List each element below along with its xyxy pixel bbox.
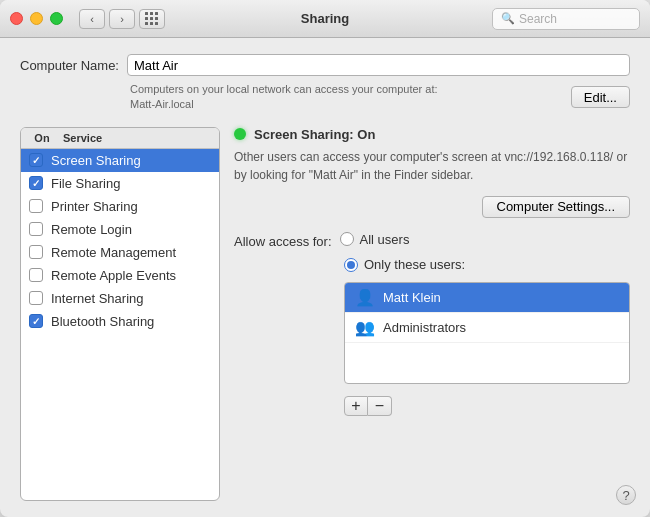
service-name-printer-sharing: Printer Sharing — [51, 199, 138, 214]
radio-label-only-these-users: Only these users: — [364, 257, 465, 272]
service-name-remote-management: Remote Management — [51, 245, 176, 260]
service-item-file-sharing[interactable]: File Sharing — [21, 172, 219, 195]
status-dot-green — [234, 128, 246, 140]
grid-button[interactable] — [139, 9, 165, 29]
service-checkbox-printer-sharing[interactable] — [29, 199, 43, 213]
access-section: Allow access for: All users Only these u… — [234, 232, 630, 417]
forward-button[interactable]: › — [109, 9, 135, 29]
grid-icon — [145, 12, 159, 26]
users-list: 👤 Matt Klein 👥 Administrators — [344, 282, 630, 384]
status-row: Screen Sharing: On — [234, 127, 630, 142]
service-name-remote-login: Remote Login — [51, 222, 132, 237]
service-name-remote-apple-events: Remote Apple Events — [51, 268, 176, 283]
service-item-remote-login[interactable]: Remote Login — [21, 218, 219, 241]
radio-only-these-users[interactable]: Only these users: — [344, 257, 630, 272]
radio-btn-all-users[interactable] — [340, 232, 354, 246]
user-name-administrators: Administrators — [383, 320, 466, 335]
service-checkbox-internet-sharing[interactable] — [29, 291, 43, 305]
search-icon: 🔍 — [501, 12, 515, 25]
service-item-printer-sharing[interactable]: Printer Sharing — [21, 195, 219, 218]
add-user-button[interactable]: + — [344, 396, 368, 416]
computer-name-row: Computer Name: — [20, 54, 630, 76]
window-title: Sharing — [301, 11, 349, 26]
minimize-button[interactable] — [30, 12, 43, 25]
content: Computer Name: Computers on your local n… — [0, 38, 650, 517]
local-address-row: Computers on your local network can acce… — [20, 82, 630, 113]
right-panel: Screen Sharing: On Other users can acces… — [234, 127, 630, 501]
service-item-remote-apple-events[interactable]: Remote Apple Events — [21, 264, 219, 287]
main-panel: On Service Screen Sharing File Sharing P… — [20, 127, 630, 501]
service-checkbox-file-sharing[interactable] — [29, 176, 43, 190]
computer-name-label: Computer Name: — [20, 58, 119, 73]
edit-button[interactable]: Edit... — [571, 86, 630, 108]
back-button[interactable]: ‹ — [79, 9, 105, 29]
services-header: On Service — [21, 128, 219, 149]
services-list: On Service Screen Sharing File Sharing P… — [20, 127, 220, 501]
service-checkbox-remote-login[interactable] — [29, 222, 43, 236]
radio-all-users[interactable]: All users — [340, 232, 410, 247]
radio-label-all-users: All users — [360, 232, 410, 247]
user-icon-matt-klein: 👤 — [355, 288, 375, 307]
list-actions: + − — [344, 396, 630, 416]
service-name-internet-sharing: Internet Sharing — [51, 291, 144, 306]
computer-name-input[interactable] — [127, 54, 630, 76]
service-name-bluetooth-sharing: Bluetooth Sharing — [51, 314, 154, 329]
service-item-remote-management[interactable]: Remote Management — [21, 241, 219, 264]
service-checkbox-remote-management[interactable] — [29, 245, 43, 259]
status-label: Screen Sharing: On — [254, 127, 375, 142]
local-address-text: Computers on your local network can acce… — [130, 82, 438, 113]
service-checkbox-screen-sharing[interactable] — [29, 153, 43, 167]
traffic-lights — [10, 12, 63, 25]
service-item-internet-sharing[interactable]: Internet Sharing — [21, 287, 219, 310]
search-box[interactable]: 🔍 Search — [492, 8, 640, 30]
close-button[interactable] — [10, 12, 23, 25]
user-item-matt-klein[interactable]: 👤 Matt Klein — [345, 283, 629, 313]
service-item-screen-sharing[interactable]: Screen Sharing — [21, 149, 219, 172]
user-icon-administrators: 👥 — [355, 318, 375, 337]
service-item-bluetooth-sharing[interactable]: Bluetooth Sharing — [21, 310, 219, 333]
access-for-label: Allow access for: — [234, 234, 332, 249]
titlebar: ‹ › Sharing 🔍 Search — [0, 0, 650, 38]
computer-settings-button[interactable]: Computer Settings... — [482, 196, 631, 218]
services-header-on: On — [21, 132, 63, 144]
remove-user-button[interactable]: − — [368, 396, 392, 416]
nav-buttons: ‹ › — [79, 9, 135, 29]
service-checkbox-bluetooth-sharing[interactable] — [29, 314, 43, 328]
services-header-service: Service — [63, 132, 102, 144]
access-for-row: Allow access for: All users — [234, 232, 630, 250]
maximize-button[interactable] — [50, 12, 63, 25]
user-name-matt-klein: Matt Klein — [383, 290, 441, 305]
service-name-screen-sharing: Screen Sharing — [51, 153, 141, 168]
radio-btn-only-these-users[interactable] — [344, 258, 358, 272]
user-item-administrators[interactable]: 👥 Administrators — [345, 313, 629, 343]
service-checkbox-remote-apple-events[interactable] — [29, 268, 43, 282]
help-button[interactable]: ? — [616, 485, 636, 505]
status-description: Other users can access your computer's s… — [234, 148, 630, 184]
search-placeholder: Search — [519, 12, 557, 26]
service-name-file-sharing: File Sharing — [51, 176, 120, 191]
